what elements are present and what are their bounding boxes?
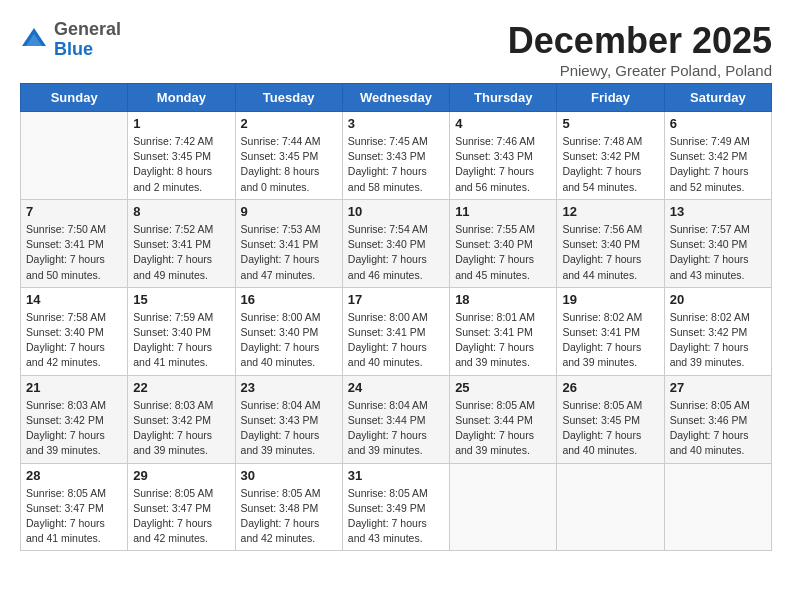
weekday-header: Thursday <box>450 84 557 112</box>
day-number: 27 <box>670 380 766 395</box>
calendar-day-cell: 3Sunrise: 7:45 AMSunset: 3:43 PMDaylight… <box>342 112 449 200</box>
day-number: 17 <box>348 292 444 307</box>
month-title: December 2025 <box>508 20 772 62</box>
day-info: Sunrise: 7:52 AMSunset: 3:41 PMDaylight:… <box>133 222 229 283</box>
calendar-day-cell: 22Sunrise: 8:03 AMSunset: 3:42 PMDayligh… <box>128 375 235 463</box>
day-info: Sunrise: 8:05 AMSunset: 3:47 PMDaylight:… <box>133 486 229 547</box>
calendar-day-cell: 26Sunrise: 8:05 AMSunset: 3:45 PMDayligh… <box>557 375 664 463</box>
day-number: 21 <box>26 380 122 395</box>
day-info: Sunrise: 7:55 AMSunset: 3:40 PMDaylight:… <box>455 222 551 283</box>
logo-general-text: General <box>54 19 121 39</box>
calendar-day-cell: 28Sunrise: 8:05 AMSunset: 3:47 PMDayligh… <box>21 463 128 551</box>
day-number: 6 <box>670 116 766 131</box>
day-info: Sunrise: 8:05 AMSunset: 3:48 PMDaylight:… <box>241 486 337 547</box>
calendar-day-cell: 9Sunrise: 7:53 AMSunset: 3:41 PMDaylight… <box>235 199 342 287</box>
day-number: 22 <box>133 380 229 395</box>
calendar-day-cell: 21Sunrise: 8:03 AMSunset: 3:42 PMDayligh… <box>21 375 128 463</box>
day-number: 31 <box>348 468 444 483</box>
day-info: Sunrise: 8:04 AMSunset: 3:43 PMDaylight:… <box>241 398 337 459</box>
title-block: December 2025 Pniewy, Greater Poland, Po… <box>508 20 772 79</box>
calendar-day-cell: 15Sunrise: 7:59 AMSunset: 3:40 PMDayligh… <box>128 287 235 375</box>
weekday-header: Monday <box>128 84 235 112</box>
calendar-day-cell: 31Sunrise: 8:05 AMSunset: 3:49 PMDayligh… <box>342 463 449 551</box>
calendar-day-cell: 24Sunrise: 8:04 AMSunset: 3:44 PMDayligh… <box>342 375 449 463</box>
day-number: 16 <box>241 292 337 307</box>
day-info: Sunrise: 7:49 AMSunset: 3:42 PMDaylight:… <box>670 134 766 195</box>
calendar-day-cell: 8Sunrise: 7:52 AMSunset: 3:41 PMDaylight… <box>128 199 235 287</box>
day-info: Sunrise: 8:03 AMSunset: 3:42 PMDaylight:… <box>26 398 122 459</box>
day-number: 13 <box>670 204 766 219</box>
day-number: 20 <box>670 292 766 307</box>
calendar-week-row: 28Sunrise: 8:05 AMSunset: 3:47 PMDayligh… <box>21 463 772 551</box>
location-subtitle: Pniewy, Greater Poland, Poland <box>508 62 772 79</box>
day-info: Sunrise: 7:45 AMSunset: 3:43 PMDaylight:… <box>348 134 444 195</box>
day-info: Sunrise: 8:05 AMSunset: 3:47 PMDaylight:… <box>26 486 122 547</box>
day-info: Sunrise: 8:02 AMSunset: 3:41 PMDaylight:… <box>562 310 658 371</box>
weekday-header: Wednesday <box>342 84 449 112</box>
weekday-header: Tuesday <box>235 84 342 112</box>
day-number: 11 <box>455 204 551 219</box>
calendar-day-cell: 23Sunrise: 8:04 AMSunset: 3:43 PMDayligh… <box>235 375 342 463</box>
day-info: Sunrise: 8:05 AMSunset: 3:45 PMDaylight:… <box>562 398 658 459</box>
day-number: 7 <box>26 204 122 219</box>
calendar-day-cell: 13Sunrise: 7:57 AMSunset: 3:40 PMDayligh… <box>664 199 771 287</box>
day-number: 9 <box>241 204 337 219</box>
day-number: 12 <box>562 204 658 219</box>
day-info: Sunrise: 7:44 AMSunset: 3:45 PMDaylight:… <box>241 134 337 195</box>
day-number: 3 <box>348 116 444 131</box>
calendar-day-cell: 20Sunrise: 8:02 AMSunset: 3:42 PMDayligh… <box>664 287 771 375</box>
day-info: Sunrise: 7:48 AMSunset: 3:42 PMDaylight:… <box>562 134 658 195</box>
calendar-day-cell: 12Sunrise: 7:56 AMSunset: 3:40 PMDayligh… <box>557 199 664 287</box>
day-info: Sunrise: 7:42 AMSunset: 3:45 PMDaylight:… <box>133 134 229 195</box>
calendar-day-cell: 27Sunrise: 8:05 AMSunset: 3:46 PMDayligh… <box>664 375 771 463</box>
day-info: Sunrise: 8:03 AMSunset: 3:42 PMDaylight:… <box>133 398 229 459</box>
day-number: 18 <box>455 292 551 307</box>
calendar-day-cell: 1Sunrise: 7:42 AMSunset: 3:45 PMDaylight… <box>128 112 235 200</box>
calendar-day-cell: 16Sunrise: 8:00 AMSunset: 3:40 PMDayligh… <box>235 287 342 375</box>
weekday-header: Saturday <box>664 84 771 112</box>
day-info: Sunrise: 8:00 AMSunset: 3:41 PMDaylight:… <box>348 310 444 371</box>
calendar-day-cell: 17Sunrise: 8:00 AMSunset: 3:41 PMDayligh… <box>342 287 449 375</box>
page-header: General Blue December 2025 Pniewy, Great… <box>20 20 772 79</box>
calendar-day-cell: 18Sunrise: 8:01 AMSunset: 3:41 PMDayligh… <box>450 287 557 375</box>
weekday-header-row: SundayMondayTuesdayWednesdayThursdayFrid… <box>21 84 772 112</box>
day-info: Sunrise: 8:00 AMSunset: 3:40 PMDaylight:… <box>241 310 337 371</box>
logo-icon <box>20 26 48 54</box>
day-info: Sunrise: 8:02 AMSunset: 3:42 PMDaylight:… <box>670 310 766 371</box>
day-number: 30 <box>241 468 337 483</box>
day-info: Sunrise: 7:54 AMSunset: 3:40 PMDaylight:… <box>348 222 444 283</box>
day-number: 8 <box>133 204 229 219</box>
day-number: 25 <box>455 380 551 395</box>
day-number: 4 <box>455 116 551 131</box>
day-number: 19 <box>562 292 658 307</box>
calendar-day-cell: 11Sunrise: 7:55 AMSunset: 3:40 PMDayligh… <box>450 199 557 287</box>
calendar-day-cell: 7Sunrise: 7:50 AMSunset: 3:41 PMDaylight… <box>21 199 128 287</box>
day-info: Sunrise: 7:58 AMSunset: 3:40 PMDaylight:… <box>26 310 122 371</box>
calendar-day-cell: 4Sunrise: 7:46 AMSunset: 3:43 PMDaylight… <box>450 112 557 200</box>
day-info: Sunrise: 7:57 AMSunset: 3:40 PMDaylight:… <box>670 222 766 283</box>
day-info: Sunrise: 7:59 AMSunset: 3:40 PMDaylight:… <box>133 310 229 371</box>
calendar-week-row: 14Sunrise: 7:58 AMSunset: 3:40 PMDayligh… <box>21 287 772 375</box>
day-info: Sunrise: 7:50 AMSunset: 3:41 PMDaylight:… <box>26 222 122 283</box>
day-number: 26 <box>562 380 658 395</box>
calendar-day-cell: 5Sunrise: 7:48 AMSunset: 3:42 PMDaylight… <box>557 112 664 200</box>
calendar-table: SundayMondayTuesdayWednesdayThursdayFrid… <box>20 83 772 551</box>
day-info: Sunrise: 7:56 AMSunset: 3:40 PMDaylight:… <box>562 222 658 283</box>
calendar-day-cell <box>21 112 128 200</box>
day-info: Sunrise: 8:01 AMSunset: 3:41 PMDaylight:… <box>455 310 551 371</box>
day-number: 23 <box>241 380 337 395</box>
calendar-day-cell: 25Sunrise: 8:05 AMSunset: 3:44 PMDayligh… <box>450 375 557 463</box>
calendar-day-cell <box>664 463 771 551</box>
day-info: Sunrise: 8:05 AMSunset: 3:49 PMDaylight:… <box>348 486 444 547</box>
logo-blue-text: Blue <box>54 39 93 59</box>
weekday-header: Friday <box>557 84 664 112</box>
day-info: Sunrise: 7:46 AMSunset: 3:43 PMDaylight:… <box>455 134 551 195</box>
calendar-day-cell: 6Sunrise: 7:49 AMSunset: 3:42 PMDaylight… <box>664 112 771 200</box>
day-number: 24 <box>348 380 444 395</box>
day-number: 10 <box>348 204 444 219</box>
calendar-day-cell <box>450 463 557 551</box>
calendar-day-cell: 30Sunrise: 8:05 AMSunset: 3:48 PMDayligh… <box>235 463 342 551</box>
day-number: 2 <box>241 116 337 131</box>
day-info: Sunrise: 8:05 AMSunset: 3:44 PMDaylight:… <box>455 398 551 459</box>
logo: General Blue <box>20 20 121 60</box>
